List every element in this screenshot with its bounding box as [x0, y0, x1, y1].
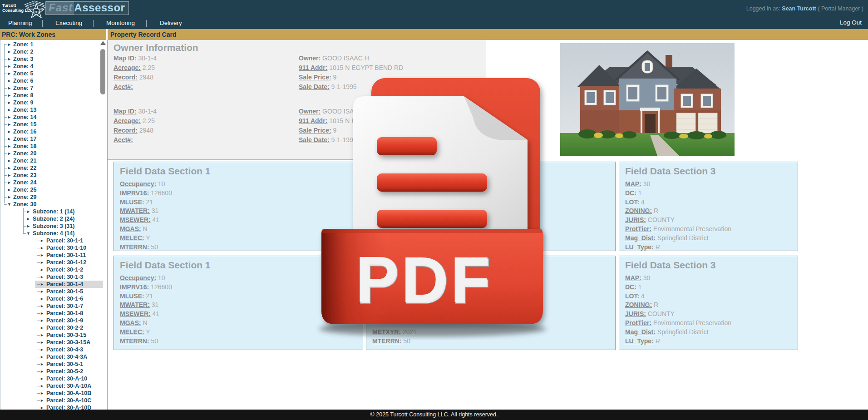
chevron-right-icon[interactable]: ►: [40, 252, 44, 259]
chevron-right-icon[interactable]: ►: [40, 346, 44, 353]
tree-item-zone-3[interactable]: ►Zone: 3: [0, 55, 100, 63]
tree-item-zone-22[interactable]: ►Zone: 22: [0, 164, 100, 172]
tree-item-label[interactable]: Zone: 23: [12, 172, 39, 179]
tree-item-label[interactable]: Zone: 21: [12, 157, 39, 164]
tree-item-label[interactable]: Parcel: 30-A-10A: [45, 382, 94, 390]
tree-item-label[interactable]: Parcel: 30-3-15: [45, 331, 89, 339]
chevron-right-icon[interactable]: ►: [40, 295, 44, 302]
chevron-right-icon[interactable]: ►: [40, 375, 44, 382]
tree-item-parcel-30-1-8[interactable]: ►Parcel: 30-1-8: [0, 310, 100, 317]
chevron-right-icon[interactable]: ►: [40, 288, 44, 295]
chevron-right-icon[interactable]: ►: [40, 353, 44, 361]
tree-item-label[interactable]: Parcel: 30-4-3A: [45, 353, 89, 361]
chevron-right-icon[interactable]: ►: [7, 143, 11, 150]
chevron-right-icon[interactable]: ►: [40, 302, 44, 310]
chevron-right-icon[interactable]: ►: [7, 193, 11, 201]
tree-item-label[interactable]: Parcel: 30-3-15A: [45, 339, 93, 346]
tree-item-label[interactable]: Zone: 14: [12, 114, 39, 121]
chevron-right-icon[interactable]: ►: [40, 382, 44, 390]
tree-item-parcel-30-1-6[interactable]: ►Parcel: 30-1-6: [0, 295, 100, 302]
chevron-right-icon[interactable]: ►: [40, 339, 44, 346]
tree-item-subzone-4-14[interactable]: ▼Subzone: 4 (14): [0, 230, 100, 237]
tree-item-zone-16[interactable]: ►Zone: 16: [0, 128, 100, 135]
tree-item-zone-15[interactable]: ►Zone: 15: [0, 121, 100, 128]
chevron-right-icon[interactable]: ►: [40, 368, 44, 375]
chevron-right-icon[interactable]: ►: [26, 222, 30, 230]
tree-item-label[interactable]: Parcel: 30-4-3: [45, 346, 85, 353]
chevron-right-icon[interactable]: ►: [7, 135, 11, 143]
chevron-right-icon[interactable]: ►: [40, 273, 44, 281]
tree-item-label[interactable]: Parcel: 30-1-1: [45, 237, 85, 244]
tree-item-parcel-30-a-10[interactable]: ►Parcel: 30-A-10: [0, 375, 100, 382]
tree-item-zone-2[interactable]: ►Zone: 2: [0, 48, 100, 55]
tree-item-label[interactable]: Parcel: 30-1-9: [45, 317, 85, 324]
tree-item-zone-18[interactable]: ►Zone: 18: [0, 143, 100, 150]
chevron-down-icon[interactable]: ▼: [26, 230, 30, 237]
tree-item-label[interactable]: Subzone: 1 (14): [32, 208, 77, 215]
chevron-right-icon[interactable]: ►: [7, 172, 11, 179]
tree-item-label[interactable]: Parcel: 30-1-8: [45, 310, 85, 317]
tree-item-zone-8[interactable]: ►Zone: 8: [0, 92, 100, 99]
chevron-right-icon[interactable]: ►: [40, 259, 44, 266]
chevron-right-icon[interactable]: ►: [7, 41, 11, 48]
tree-item-zone-21[interactable]: ►Zone: 21: [0, 157, 100, 164]
tree-item-zone-24[interactable]: ►Zone: 24: [0, 179, 100, 186]
logout-button[interactable]: Log Out: [840, 19, 862, 26]
tree-item-zone-30[interactable]: ▼Zone: 30: [0, 201, 100, 208]
nav-tab-delivery[interactable]: Delivery: [160, 20, 182, 26]
tree-item-parcel-30-1-3[interactable]: ►Parcel: 30-1-3: [0, 273, 100, 281]
chevron-right-icon[interactable]: ►: [7, 106, 11, 114]
tree-item-parcel-30-1-5[interactable]: ►Parcel: 30-1-5: [0, 288, 100, 295]
tree-item-parcel-30-3-15[interactable]: ►Parcel: 30-3-15: [0, 331, 100, 339]
chevron-right-icon[interactable]: ►: [7, 121, 11, 128]
tree-item-parcel-30-1-12[interactable]: ►Parcel: 30-1-12: [0, 259, 100, 266]
tree-item-label[interactable]: Zone: 8: [12, 92, 35, 99]
tree-item-label[interactable]: Zone: 17: [12, 135, 39, 143]
tree-item-zone-14[interactable]: ►Zone: 14: [0, 114, 100, 121]
tree-item-parcel-30-4-3[interactable]: ►Parcel: 30-4-3: [0, 346, 100, 353]
tree-item-label[interactable]: Zone: 20: [12, 150, 39, 157]
tree-item-label[interactable]: Zone: 13: [12, 106, 39, 114]
tree-item-zone-25[interactable]: ►Zone: 25: [0, 186, 100, 193]
tree-item-parcel-30-1-7[interactable]: ►Parcel: 30-1-7: [0, 302, 100, 310]
tree-item-label[interactable]: Parcel: 30-A-10B: [45, 390, 94, 397]
tree-item-parcel-30-1-2[interactable]: ►Parcel: 30-1-2: [0, 266, 100, 273]
tree-item-label[interactable]: Zone: 24: [12, 179, 39, 186]
chevron-right-icon[interactable]: ►: [40, 281, 44, 288]
tree-item-label[interactable]: Parcel: 30-1-5: [45, 288, 85, 295]
chevron-right-icon[interactable]: ►: [7, 84, 11, 92]
tree-item-label[interactable]: Subzone: 3 (31): [32, 222, 77, 230]
chevron-right-icon[interactable]: ►: [40, 324, 44, 331]
tree-item-zone-1[interactable]: ►Zone: 1: [0, 41, 100, 48]
chevron-right-icon[interactable]: ►: [7, 55, 11, 63]
chevron-right-icon[interactable]: ►: [40, 266, 44, 273]
user-name-link[interactable]: Sean Turcott: [782, 5, 816, 12]
tree-item-zone-5[interactable]: ►Zone: 5: [0, 70, 100, 77]
tree-item-parcel-30-5-1[interactable]: ►Parcel: 30-5-1: [0, 361, 100, 368]
tree-item-label[interactable]: Parcel: 30-A-10: [45, 375, 89, 382]
chevron-right-icon[interactable]: ►: [40, 317, 44, 324]
chevron-right-icon[interactable]: ►: [7, 48, 11, 55]
tree-item-parcel-30-a-10d[interactable]: ►Parcel: 30-A-10D: [0, 404, 100, 410]
tree-item-label[interactable]: Parcel: 30-1-6: [45, 295, 85, 302]
chevron-right-icon[interactable]: ►: [7, 179, 11, 186]
tree-item-label[interactable]: Parcel: 30-2-2: [45, 324, 85, 331]
chevron-right-icon[interactable]: ►: [40, 397, 44, 404]
tree-item-zone-4[interactable]: ►Zone: 4: [0, 63, 100, 70]
chevron-right-icon[interactable]: ►: [7, 63, 11, 70]
tree-item-parcel-30-1-4[interactable]: ►Parcel: 30-1-4: [0, 281, 100, 288]
tree-item-label[interactable]: Parcel: 30-1-2: [45, 266, 85, 273]
tree-item-parcel-30-4-3a[interactable]: ►Parcel: 30-4-3A: [0, 353, 100, 361]
nav-tab-monitoring[interactable]: Monitoring: [106, 20, 135, 26]
tree-item-label[interactable]: Zone: 2: [12, 48, 35, 55]
tree-item-label[interactable]: Zone: 6: [12, 77, 35, 84]
tree-item-zone-17[interactable]: ►Zone: 17: [0, 135, 100, 143]
chevron-right-icon[interactable]: ►: [40, 390, 44, 397]
chevron-right-icon[interactable]: ►: [26, 208, 30, 215]
chevron-right-icon[interactable]: ►: [40, 310, 44, 317]
chevron-right-icon[interactable]: ►: [7, 99, 11, 106]
tree-item-label[interactable]: Zone: 4: [12, 63, 35, 70]
tree-item-parcel-30-1-10[interactable]: ►Parcel: 30-1-10: [0, 244, 100, 252]
pdf-file-icon[interactable]: PDF PDF: [281, 76, 553, 342]
tree-item-label[interactable]: Zone: 1: [12, 41, 35, 48]
